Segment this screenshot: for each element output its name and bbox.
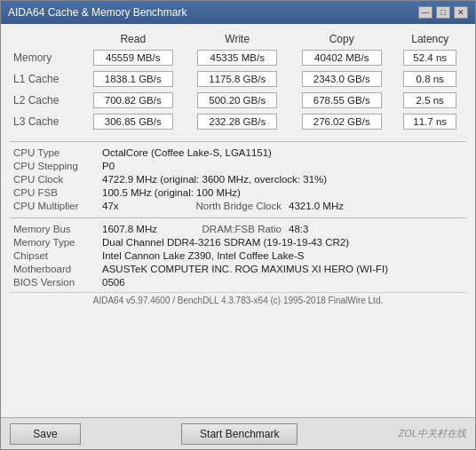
maximize-button[interactable]: □ (436, 6, 450, 19)
north-bridge-label: North Bridge Clock (170, 199, 285, 212)
close-button[interactable]: ✕ (454, 6, 468, 19)
bench-row-0: Memory 45559 MB/s 45335 MB/s 40402 MB/s … (10, 47, 466, 68)
bench-label-3: L3 Cache (10, 111, 81, 132)
cpu-multiplier-value: 47x (99, 199, 170, 212)
bench-latency-3: 11.7 ns (393, 111, 466, 132)
save-button[interactable]: Save (10, 423, 81, 445)
col-latency-header: Latency (393, 31, 466, 47)
cpu-stepping-value: P0 (99, 159, 466, 172)
bios-row: BIOS Version 0506 (10, 275, 466, 288)
chipset-value: Intel Cannon Lake Z390, Intel Coffee Lak… (99, 249, 466, 262)
bench-read-3: 306.85 GB/s (81, 111, 185, 132)
main-window: AIDA64 Cache & Memory Benchmark — □ ✕ Re… (0, 0, 476, 450)
cpu-multiplier-row: CPU Multiplier 47x North Bridge Clock 43… (10, 199, 466, 212)
bench-copy-2: 678.55 GB/s (290, 90, 393, 111)
bench-row-3: L3 Cache 306.85 GB/s 232.28 GB/s 276.02 … (10, 111, 466, 132)
motherboard-value: ASUSTeK COMPUTER INC. ROG MAXIMUS XI HER… (99, 262, 466, 275)
content-area: Read Write Copy Latency Memory 45559 MB/… (1, 24, 475, 417)
motherboard-label: Motherboard (10, 262, 99, 275)
memory-type-value: Dual Channel DDR4-3216 SDRAM (19-19-19-4… (99, 235, 466, 249)
cpu-type-row: CPU Type OctalCore (Coffee Lake-S, LGA11… (10, 146, 466, 159)
memory-bus-row: Memory Bus 1607.8 MHz DRAM:FSB Ratio 48:… (10, 222, 466, 235)
cpu-type-label: CPU Type (10, 146, 99, 159)
bench-copy-1: 2343.0 GB/s (290, 68, 393, 90)
bench-write-1: 1175.8 GB/s (185, 68, 289, 90)
dram-fsb-value: 48:3 (285, 222, 466, 235)
col-write-header: Write (185, 31, 289, 47)
window-controls: — □ ✕ (418, 6, 468, 19)
bench-write-0: 45335 MB/s (185, 47, 289, 68)
bios-label: BIOS Version (10, 275, 99, 288)
north-bridge-value: 4321.0 MHz (285, 199, 466, 212)
watermark-text: ZOL中关村在线 (399, 427, 466, 440)
minimize-button[interactable]: — (418, 6, 432, 19)
cpu-stepping-label: CPU Stepping (10, 159, 99, 172)
bios-value: 0506 (99, 275, 466, 288)
start-benchmark-button[interactable]: Start Benchmark (181, 423, 298, 445)
bench-label-1: L1 Cache (10, 68, 81, 90)
divider-1 (10, 141, 466, 142)
memory-type-row: Memory Type Dual Channel DDR4-3216 SDRAM… (10, 235, 466, 249)
bench-label-2: L2 Cache (10, 90, 81, 111)
cpu-clock-value: 4722.9 MHz (original: 3600 MHz, overcloc… (99, 172, 466, 186)
benchmark-table: Read Write Copy Latency Memory 45559 MB/… (10, 31, 466, 132)
bench-latency-2: 2.5 ns (393, 90, 466, 111)
info-table: CPU Type OctalCore (Coffee Lake-S, LGA11… (10, 146, 466, 212)
memory-bus-value: 1607.8 MHz (99, 222, 170, 235)
bench-latency-1: 0.8 ns (393, 68, 466, 90)
title-bar: AIDA64 Cache & Memory Benchmark — □ ✕ (1, 1, 475, 24)
dram-fsb-label: DRAM:FSB Ratio (170, 222, 285, 235)
cpu-fsb-value: 100.5 MHz (original: 100 MHz) (99, 186, 466, 199)
col-copy-header: Copy (290, 31, 393, 47)
cpu-fsb-row: CPU FSB 100.5 MHz (original: 100 MHz) (10, 186, 466, 199)
motherboard-row: Motherboard ASUSTeK COMPUTER INC. ROG MA… (10, 262, 466, 275)
cpu-fsb-label: CPU FSB (10, 186, 99, 199)
bench-label-0: Memory (10, 47, 81, 68)
bench-read-1: 1838.1 GB/s (81, 68, 185, 90)
col-empty (10, 31, 81, 47)
cpu-clock-label: CPU Clock (10, 172, 99, 186)
chipset-row: Chipset Intel Cannon Lake Z390, Intel Co… (10, 249, 466, 262)
footer-text: AIDA64 v5.97.4600 / BenchDLL 4.3.783-x64… (10, 292, 466, 309)
memory-bus-label: Memory Bus (10, 222, 99, 235)
bench-write-3: 232.28 GB/s (185, 111, 289, 132)
window-title: AIDA64 Cache & Memory Benchmark (8, 6, 186, 19)
col-read-header: Read (81, 31, 185, 47)
cpu-clock-row: CPU Clock 4722.9 MHz (original: 3600 MHz… (10, 172, 466, 186)
bottom-bar: Save Start Benchmark ZOL中关村在线 (1, 417, 475, 449)
bench-write-2: 500.20 GB/s (185, 90, 289, 111)
cpu-type-value: OctalCore (Coffee Lake-S, LGA1151) (99, 146, 466, 159)
cpu-stepping-row: CPU Stepping P0 (10, 159, 466, 172)
bench-read-0: 45559 MB/s (81, 47, 185, 68)
info-table-2: Memory Bus 1607.8 MHz DRAM:FSB Ratio 48:… (10, 222, 466, 288)
bench-latency-0: 52.4 ns (393, 47, 466, 68)
bench-read-2: 700.82 GB/s (81, 90, 185, 111)
bench-row-1: L1 Cache 1838.1 GB/s 1175.8 GB/s 2343.0 … (10, 68, 466, 90)
divider-2 (10, 217, 466, 218)
bench-row-2: L2 Cache 700.82 GB/s 500.20 GB/s 678.55 … (10, 90, 466, 111)
cpu-multiplier-label: CPU Multiplier (10, 199, 99, 212)
memory-type-label: Memory Type (10, 235, 99, 249)
chipset-label: Chipset (10, 249, 99, 262)
bench-copy-0: 40402 MB/s (290, 47, 393, 68)
bench-copy-3: 276.02 GB/s (290, 111, 393, 132)
